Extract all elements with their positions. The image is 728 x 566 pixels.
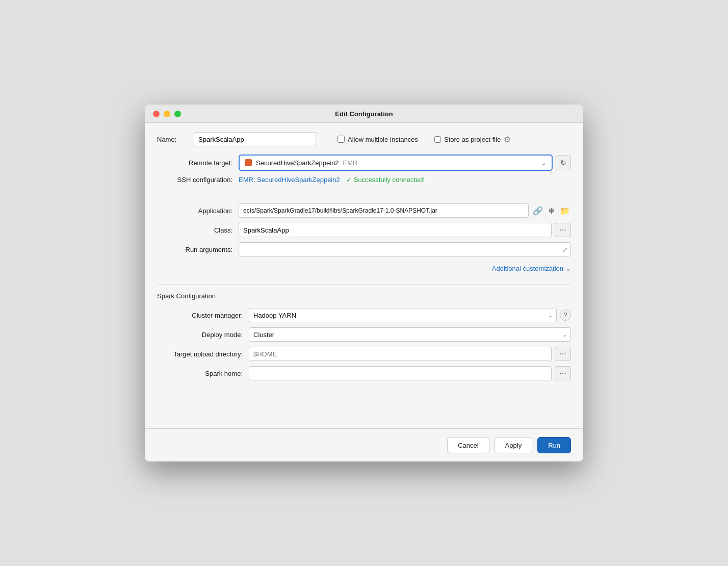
dialog-footer: Cancel Apply Run xyxy=(145,428,583,461)
cluster-manager-wrapper: Hadoop YARN Apache Mesos Standalone Kube… xyxy=(249,308,557,322)
application-icons: 🔗 ❄ 📁 xyxy=(532,205,571,217)
maximize-button[interactable] xyxy=(174,111,181,117)
run-args-wrapper: ⤢ xyxy=(239,242,571,256)
ssh-label: SSH configuration: xyxy=(157,176,239,184)
ssh-link[interactable]: EMR: SecuredHiveSparkZeppein2 xyxy=(239,176,340,184)
run-button[interactable]: Run xyxy=(537,437,571,453)
cluster-manager-select[interactable]: Hadoop YARN Apache Mesos Standalone Kube… xyxy=(249,308,557,322)
apply-button[interactable]: Apply xyxy=(495,437,533,453)
spark-home-input[interactable] xyxy=(249,366,552,380)
spark-home-label: Spark home: xyxy=(167,370,249,377)
name-label: Name: xyxy=(157,136,188,143)
application-label: Application: xyxy=(157,207,239,215)
remote-target-label: Remote target: xyxy=(157,159,239,167)
title-bar: Edit Configuration xyxy=(145,105,583,123)
upload-dir-row: Target upload directory: ··· xyxy=(167,347,571,361)
additional-row: Additional customization ⌄ xyxy=(157,265,571,272)
remote-target-type: EMR xyxy=(343,159,358,167)
divider-1 xyxy=(157,196,571,196)
deploy-mode-select[interactable]: Cluster Client xyxy=(249,327,571,342)
refresh-button[interactable]: ↻ xyxy=(556,155,571,170)
expand-icon[interactable]: ⤢ xyxy=(562,246,568,253)
chevron-down-icon: ⌄ xyxy=(541,159,547,167)
spark-section-title: Spark Configuration xyxy=(157,292,571,300)
upload-dir-input[interactable] xyxy=(249,347,552,361)
class-browse-button[interactable]: ··· xyxy=(555,223,571,237)
allow-multiple-checkbox[interactable] xyxy=(337,136,345,143)
dialog-title: Edit Configuration xyxy=(335,110,393,118)
chevron-down-icon: ⌄ xyxy=(565,265,571,272)
folder-icon[interactable]: 📁 xyxy=(559,205,571,217)
run-args-input[interactable] xyxy=(239,242,571,256)
remote-target-dropdown[interactable]: SecuredHiveSparkZeppein2 EMR ⌄ xyxy=(239,155,553,171)
gear-icon[interactable]: ⚙ xyxy=(504,135,511,144)
name-input[interactable] xyxy=(194,132,316,146)
spark-section: Cluster manager: Hadoop YARN Apache Meso… xyxy=(157,308,571,385)
check-icon: ✓ xyxy=(346,176,352,184)
run-args-label: Run arguments: xyxy=(157,246,239,253)
name-row: Name: Allow multiple instances Store as … xyxy=(157,132,571,146)
class-label: Class: xyxy=(157,226,239,234)
ssh-success-text: ✓ Successfully connected! xyxy=(346,176,425,184)
close-button[interactable] xyxy=(153,111,160,117)
run-args-row: Run arguments: ⤢ xyxy=(157,242,571,256)
deploy-mode-wrapper: Cluster Client ⌄ xyxy=(249,327,571,342)
remote-target-icon xyxy=(245,159,252,166)
store-project-group: Store as project file ⚙ xyxy=(434,135,511,144)
cluster-manager-label: Cluster manager: xyxy=(167,312,249,319)
cancel-button[interactable]: Cancel xyxy=(447,437,489,453)
cluster-manager-row: Cluster manager: Hadoop YARN Apache Meso… xyxy=(167,308,571,322)
additional-link-text: Additional customization xyxy=(492,265,563,272)
divider-2 xyxy=(157,285,571,285)
upload-dir-label: Target upload directory: xyxy=(167,350,249,358)
remote-target-name: SecuredHiveSparkZeppein2 xyxy=(256,159,339,167)
store-project-label: Store as project file xyxy=(444,136,501,143)
link-icon[interactable]: 🔗 xyxy=(532,205,544,217)
class-row: Class: ··· xyxy=(157,223,571,237)
store-project-checkbox[interactable] xyxy=(434,136,441,143)
spark-home-browse-button[interactable]: ··· xyxy=(555,366,571,380)
application-row: Application: 🔗 ❄ 📁 xyxy=(157,203,571,218)
cluster-help-button[interactable]: ? xyxy=(560,310,571,321)
application-input[interactable] xyxy=(239,203,529,218)
edit-configuration-dialog: Edit Configuration Name: Allow multiple … xyxy=(145,105,583,461)
dialog-content: Name: Allow multiple instances Store as … xyxy=(145,123,583,428)
deploy-mode-row: Deploy mode: Cluster Client ⌄ xyxy=(167,327,571,342)
window-controls xyxy=(153,111,181,117)
additional-customization-link[interactable]: Additional customization ⌄ xyxy=(492,265,571,272)
ssh-row: SSH configuration: EMR: SecuredHiveSpark… xyxy=(157,176,571,184)
class-input[interactable] xyxy=(239,223,552,237)
spark-home-row: Spark home: ··· xyxy=(167,366,571,380)
remote-target-row: Remote target: SecuredHiveSparkZeppein2 … xyxy=(157,155,571,171)
allow-multiple-label: Allow multiple instances xyxy=(348,136,418,143)
minimize-button[interactable] xyxy=(164,111,170,117)
allow-multiple-group: Allow multiple instances xyxy=(337,136,418,143)
snowflake-icon[interactable]: ❄ xyxy=(547,205,556,217)
upload-dir-browse-button[interactable]: ··· xyxy=(555,347,571,361)
deploy-mode-label: Deploy mode: xyxy=(167,331,249,339)
